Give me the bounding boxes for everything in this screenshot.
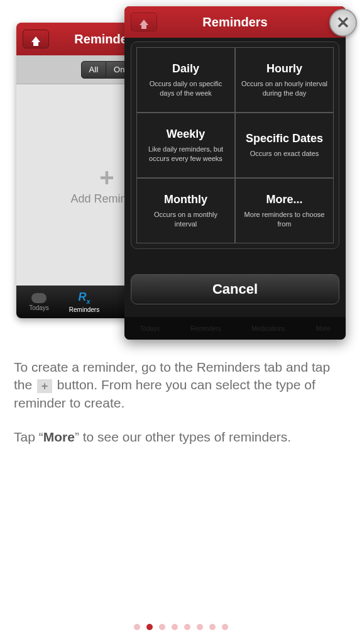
instruction-text: To create a reminder, go to the Reminder… — [0, 340, 362, 446]
pagination-dots — [0, 624, 362, 630]
close-icon: ✕ — [336, 13, 350, 33]
option-desc: Occurs on exact dates — [250, 149, 319, 158]
header-bar-front: Reminders — [124, 6, 346, 38]
front-tab: Medications — [251, 325, 285, 332]
instruction-paragraph-2: Tap “More” to see our other types of rem… — [14, 428, 348, 446]
text-span: button. From here you can select the typ… — [14, 377, 315, 409]
option-title: Daily — [172, 62, 199, 75]
option-title: Hourly — [266, 62, 302, 75]
option-daily[interactable]: Daily Occurs daily on specific days of t… — [136, 47, 235, 113]
text-span: ” to see our other types of reminders. — [75, 430, 291, 444]
option-title: Weekly — [167, 128, 206, 141]
phone-frame-front: Reminders Add Reminder Daily Occurs dail… — [124, 6, 346, 340]
text-span: Tap “ — [14, 430, 43, 444]
tab-label: Reminders — [69, 306, 99, 313]
header-title-front: Reminders — [202, 15, 267, 30]
screenshot-stage: Reminders All On + Add Reminder Todays R… — [0, 0, 362, 340]
page-dot[interactable] — [222, 624, 228, 630]
tab-reminders[interactable]: Rx Reminders — [62, 291, 107, 313]
page-dot-active[interactable] — [146, 624, 153, 630]
modal-area: Daily Occurs daily on specific days of t… — [131, 42, 339, 327]
option-title: Specific Dates — [246, 132, 323, 145]
option-title: More... — [266, 193, 302, 206]
reminder-type-grid: Daily Occurs daily on specific days of t… — [136, 47, 334, 243]
cancel-button[interactable]: Cancel — [131, 274, 339, 304]
cloud-icon — [31, 293, 47, 303]
segment-all[interactable]: All — [81, 61, 106, 79]
option-desc: Occurs daily on specific days of the wee… — [142, 79, 229, 97]
option-specific-dates[interactable]: Specific Dates Occurs on exact dates — [235, 113, 334, 178]
tab-bar-front: Todays Reminders Medications More — [124, 317, 346, 340]
option-desc: Occurs on a monthly interval — [142, 210, 229, 228]
reminder-type-panel: Daily Occurs daily on specific days of t… — [131, 42, 339, 249]
page-dot[interactable] — [134, 624, 140, 630]
option-desc: Like daily reminders, but occurs every f… — [142, 145, 229, 163]
plus-icon[interactable]: + — [99, 165, 114, 190]
inline-plus-icon: + — [37, 379, 52, 393]
home-button-front[interactable] — [131, 13, 157, 31]
option-title: Monthly — [164, 193, 207, 206]
front-tab: More — [316, 325, 331, 332]
text-bold: More — [43, 430, 75, 444]
page-dot[interactable] — [209, 624, 216, 630]
tab-label: Todays — [29, 304, 49, 311]
tab-todays[interactable]: Todays — [16, 293, 62, 311]
close-button[interactable]: ✕ — [329, 9, 357, 36]
rx-icon: Rx — [78, 291, 90, 305]
page-dot[interactable] — [197, 624, 203, 630]
home-icon — [31, 36, 40, 42]
page-dot[interactable] — [184, 624, 190, 630]
option-hourly[interactable]: Hourly Occurs on an hourly interval duri… — [235, 47, 334, 113]
front-tab: Todays — [140, 325, 160, 332]
page-dot[interactable] — [172, 624, 178, 630]
option-more[interactable]: More... More reminders to choose from — [235, 178, 334, 243]
option-desc: Occurs on an hourly interval during the … — [241, 79, 328, 97]
front-tab: Reminders — [190, 325, 221, 332]
instruction-paragraph-1: To create a reminder, go to the Reminder… — [14, 358, 348, 412]
home-icon — [140, 19, 148, 25]
option-desc: More reminders to choose from — [241, 210, 328, 228]
option-weekly[interactable]: Weekly Like daily reminders, but occurs … — [136, 113, 235, 178]
page-dot[interactable] — [159, 624, 165, 630]
option-monthly[interactable]: Monthly Occurs on a monthly interval — [136, 178, 235, 243]
